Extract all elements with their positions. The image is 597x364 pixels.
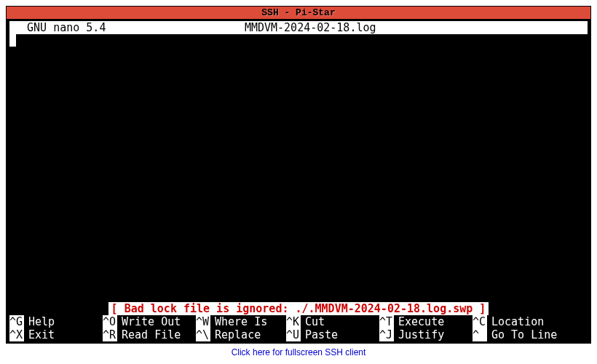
- shortcut-label: Paste: [301, 328, 338, 341]
- shortcut-key: ^\: [196, 328, 210, 341]
- nano-header: GNU nano 5.4 MMDVM-2024-02-18.log: [9, 21, 588, 34]
- window-titlebar: SSH - Pi-Star: [7, 7, 590, 20]
- shortcut-label: Help: [24, 315, 55, 328]
- shortcut-exit[interactable]: ^X Exit: [9, 328, 103, 341]
- nano-app-label: GNU nano 5.4: [9, 21, 106, 34]
- terminal[interactable]: GNU nano 5.4 MMDVM-2024-02-18.log [ Bad …: [7, 20, 590, 343]
- shortcut-where-is[interactable]: ^W Where Is: [196, 315, 286, 328]
- shortcut-key: ^R: [103, 328, 117, 341]
- shortcut-label: Replace: [210, 328, 261, 341]
- shortcut-key: ^X: [9, 328, 24, 341]
- status-line: [ Bad lock file is ignored: ./.MMDVM-202…: [9, 302, 588, 315]
- shortcut-label: Justify: [394, 328, 444, 341]
- shortcut-read-file[interactable]: ^R Read File: [103, 328, 196, 341]
- shortcut-key: ^: [473, 328, 487, 341]
- shortcut-key: ^J: [379, 328, 394, 341]
- shortcut-justify[interactable]: ^J Justify: [379, 328, 473, 341]
- shortcut-label: Location: [487, 315, 544, 328]
- footer: Click here for fullscreen SSH client: [0, 347, 597, 357]
- shortcut-label: Read File: [117, 328, 181, 341]
- shortcut-replace[interactable]: ^\ Replace: [196, 328, 286, 341]
- shortcut-cut[interactable]: ^K Cut: [286, 315, 379, 328]
- shortcut-key: ^G: [9, 315, 24, 328]
- shortcut-paste[interactable]: ^U Paste: [286, 328, 379, 341]
- shortcut-key: ^W: [196, 315, 210, 328]
- nano-filename: MMDVM-2024-02-18.log: [106, 21, 515, 34]
- shortcut-help[interactable]: ^G Help: [9, 315, 103, 328]
- shortcut-key: ^C: [473, 315, 487, 328]
- shortcut-key: ^U: [286, 328, 301, 341]
- shortcut-key: ^K: [286, 315, 301, 328]
- shortcut-location[interactable]: ^C Location: [473, 315, 544, 328]
- status-message: [ Bad lock file is ignored: ./.MMDVM-202…: [108, 302, 489, 315]
- ssh-window: SSH - Pi-Star GNU nano 5.4 MMDVM-2024-02…: [6, 6, 591, 344]
- shortcut-label: Write Out: [117, 315, 181, 328]
- shortcut-row-1: ^G Help ^O Write Out ^W Where Is ^K Cut …: [9, 315, 588, 328]
- fullscreen-link[interactable]: Click here for fullscreen SSH client: [232, 347, 366, 357]
- shortcut-row-2: ^X Exit ^R Read File ^\ Replace ^U Paste…: [9, 328, 588, 341]
- shortcut-label: Go To Line: [487, 328, 557, 341]
- shortcut-bar: ^G Help ^O Write Out ^W Where Is ^K Cut …: [9, 315, 588, 341]
- window-title: SSH - Pi-Star: [261, 7, 335, 18]
- nano-header-pad: [515, 21, 588, 34]
- shortcut-label: Where Is: [210, 315, 267, 328]
- shortcut-key: ^O: [103, 315, 117, 328]
- editor-area[interactable]: [9, 34, 588, 302]
- shortcut-key: ^T: [379, 315, 394, 328]
- shortcut-go-to-line[interactable]: ^ Go To Line: [473, 328, 557, 341]
- shortcut-label: Execute: [394, 315, 444, 328]
- shortcut-execute[interactable]: ^T Execute: [379, 315, 473, 328]
- text-cursor: [9, 34, 16, 47]
- shortcut-write-out[interactable]: ^O Write Out: [103, 315, 196, 328]
- shortcut-label: Cut: [301, 315, 325, 328]
- shortcut-label: Exit: [24, 328, 55, 341]
